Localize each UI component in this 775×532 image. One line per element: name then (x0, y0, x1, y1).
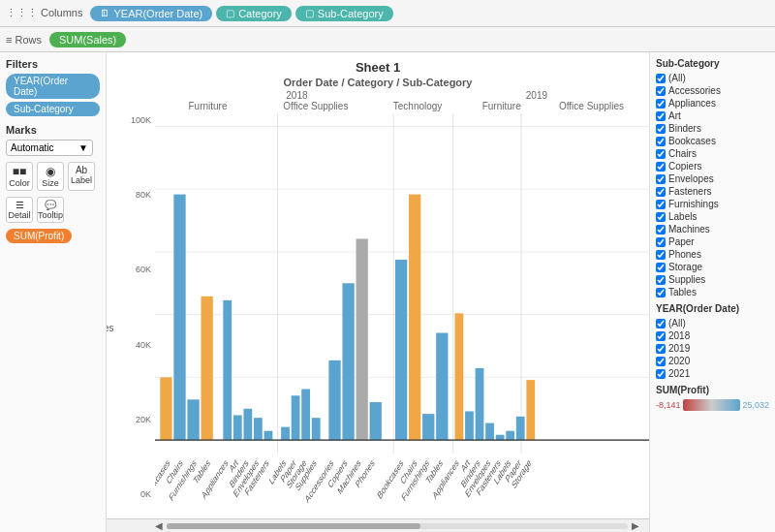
marks-type-select[interactable]: Automatic ▼ (6, 140, 93, 156)
check-phones[interactable]: Phones (656, 249, 769, 260)
check-tables[interactable]: Tables (656, 287, 769, 297)
year-2019-label: 2019 (434, 90, 639, 101)
office-supplies-2018-label: Office Supplies (256, 101, 376, 111)
size-button[interactable]: ◉ Size (37, 162, 64, 191)
chart-axis-title: Order Date / Category / Sub-Category (107, 77, 649, 88)
office-supplies-2019-label: Office Supplies (543, 101, 639, 111)
check-year-all[interactable]: (All) (656, 318, 769, 329)
y-60k: 60K (136, 265, 151, 274)
bar-labels-2019[interactable] (506, 431, 514, 440)
label-button[interactable]: Ab Label (68, 162, 95, 191)
legend-max: 25,032 (742, 400, 769, 410)
check-furnishings[interactable]: Furnishings (656, 199, 769, 209)
year-filter-pill[interactable]: YEAR(Order Date) (6, 74, 100, 99)
bar-chairs-2018[interactable] (173, 195, 185, 440)
bar-furnishings-2019[interactable] (422, 414, 434, 440)
bar-envelopes-2019[interactable] (485, 423, 494, 441)
check-paper[interactable]: Paper (656, 236, 769, 247)
legend-gradient (683, 399, 741, 411)
scrollbar-thumb[interactable] (167, 523, 420, 529)
bar-fasteners-2018[interactable] (264, 431, 273, 440)
filters-title: Filters (6, 58, 100, 70)
check-year-2018[interactable]: 2018 (656, 330, 769, 341)
columns-label: ⋮⋮⋮ Columns (6, 7, 82, 19)
sub-category-pill[interactable]: ▢ Sub-Category (295, 6, 393, 21)
check-labels[interactable]: Labels (656, 211, 769, 222)
bar-labels-2018[interactable] (281, 427, 290, 440)
furniture-2019-label: Furniture (459, 101, 543, 111)
bar-binders-2018[interactable] (243, 409, 252, 440)
bar-accessories-2018[interactable] (328, 360, 340, 440)
bar-supplies-2018[interactable] (312, 418, 321, 440)
sum-profit-pill[interactable]: SUM(Profit) (6, 229, 72, 243)
category-pill[interactable]: ▢ Category (216, 6, 292, 21)
year-2018-label: 2018 (160, 90, 434, 101)
sum-profit-legend-title: SUM(Profit) (656, 385, 769, 395)
tooltip-button[interactable]: 💬 Tooltip (37, 197, 64, 223)
bar-envelopes-2018[interactable] (254, 418, 263, 440)
sum-sales-pill[interactable]: SUM(Sales) (49, 32, 126, 47)
right-panel: Sub-Category (All) Accessories Appliance… (649, 52, 775, 532)
subcategory-filter-pill[interactable]: Sub-Category (6, 102, 100, 116)
detail-button[interactable]: ☰ Detail (6, 197, 33, 223)
bar-bookcases-2018[interactable] (160, 377, 171, 440)
y-80k: 80K (136, 190, 151, 200)
bar-phones-2018[interactable] (370, 402, 382, 440)
check-storage[interactable]: Storage (656, 262, 769, 272)
sheet-title: Sheet 1 (107, 52, 649, 77)
y-axis-label: Sales (107, 323, 114, 333)
bar-copiers-2018[interactable] (342, 283, 354, 440)
year-order-date-title: YEAR(Order Date) (656, 303, 769, 314)
bar-storage-2018[interactable] (301, 390, 310, 441)
check-binders[interactable]: Binders (656, 123, 769, 134)
bar-paper-2019[interactable] (516, 417, 525, 440)
bar-tables-2018[interactable] (201, 297, 212, 440)
bar-machines-2018[interactable] (356, 238, 368, 440)
y-0k: 0K (140, 489, 151, 499)
bar-bookcases-2019[interactable] (395, 260, 407, 440)
y-40k: 40K (136, 340, 151, 350)
color-button[interactable]: ■■ Color (6, 162, 33, 191)
check-bookcases[interactable]: Bookcases (656, 136, 769, 146)
scroll-left-arrow[interactable]: ◀ (155, 520, 163, 531)
bar-paper-2018[interactable] (292, 395, 300, 440)
check-supplies[interactable]: Supplies (656, 274, 769, 285)
check-envelopes[interactable]: Envelopes (656, 173, 769, 184)
bar-chart: Bookcases Chairs Furnishings Tables Appl… (155, 113, 649, 518)
scroll-right-arrow[interactable]: ▶ (632, 520, 639, 531)
bar-furnishings-2018[interactable] (187, 399, 199, 440)
check-year-2020[interactable]: 2020 (656, 356, 769, 366)
scrollbar[interactable]: ◀ ▶ (107, 518, 649, 532)
check-copiers[interactable]: Copiers (656, 161, 769, 172)
check-fasteners[interactable]: Fasteners (656, 186, 769, 197)
check-all[interactable]: (All) (656, 73, 769, 83)
technology-2018-label: Technology (376, 101, 460, 111)
bar-tables-2019[interactable] (436, 333, 448, 441)
bar-fasteners-2019[interactable] (496, 435, 505, 440)
bar-appliances-2019[interactable] (455, 313, 464, 440)
bar-chairs-2019[interactable] (409, 195, 420, 440)
marks-title: Marks (6, 124, 100, 136)
check-year-2021[interactable]: 2021 (656, 368, 769, 379)
y-20k: 20K (136, 415, 151, 424)
check-machines[interactable]: Machines (656, 224, 769, 235)
check-year-2019[interactable]: 2019 (656, 343, 769, 354)
check-art[interactable]: Art (656, 110, 769, 121)
bar-binders-2019[interactable] (476, 368, 484, 440)
bar-appliances-2018[interactable] (223, 300, 232, 440)
bar-storage-2019[interactable] (526, 380, 535, 440)
y-100k: 100K (131, 115, 151, 125)
year-order-date-pill[interactable]: 🗓 YEAR(Order Date) (90, 6, 212, 21)
bar-art-2018[interactable] (233, 415, 242, 440)
furniture-2018-label: Furniture (160, 101, 256, 111)
sub-category-title: Sub-Category (656, 58, 769, 69)
check-accessories[interactable]: Accessories (656, 85, 769, 96)
check-appliances[interactable]: Appliances (656, 98, 769, 109)
legend-min: -8,141 (656, 400, 681, 410)
check-chairs[interactable]: Chairs (656, 148, 769, 159)
rows-label: ≡ Rows (6, 34, 42, 46)
bar-art-2019[interactable] (465, 411, 474, 440)
